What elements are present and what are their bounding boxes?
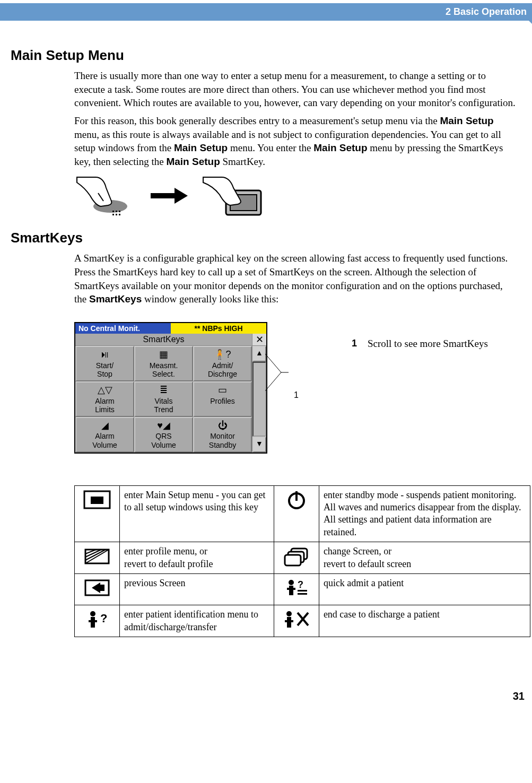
smartkeys-scrollbar[interactable]: ▲ ▼: [252, 346, 266, 453]
change-screen-icon: [282, 545, 311, 567]
svg-rect-28: [298, 593, 307, 595]
svg-rect-27: [298, 590, 307, 591]
svg-rect-5: [116, 214, 117, 215]
smartkey-profiles[interactable]: ▭Profiles: [193, 381, 252, 417]
smartkey-qrs-volume[interactable]: ♥◢QRS Volume: [134, 417, 193, 453]
scroll-track[interactable]: [252, 362, 266, 437]
svg-text:?: ?: [100, 612, 107, 625]
status-alarm: ** NBPs HIGH: [171, 323, 266, 334]
main-setup-icon: [82, 489, 112, 510]
smartkey-admit-discharge[interactable]: 🧍?Admit/ Dischrge: [193, 346, 252, 381]
smartkeys-grid: ⏯Start/ Stop ▦Measmt. Select. 🧍?Admit/ D…: [75, 346, 252, 453]
patient-id-icon: ?: [82, 608, 112, 630]
icon-desc: change Screen, or revert to default scre…: [319, 542, 530, 574]
smartkey-alarm-limits[interactable]: △▽Alarm Limits: [75, 381, 134, 417]
smartkey-start-stop[interactable]: ⏯Start/ Stop: [75, 346, 134, 381]
hand-press-screen-icon: [200, 175, 264, 219]
alarm-volume-icon: ◢: [77, 420, 132, 431]
svg-rect-6: [119, 214, 120, 215]
scroll-down-button[interactable]: ▼: [252, 437, 266, 453]
smartkeys-window: No Central Monit. ** NBPs HIGH SmartKeys…: [74, 322, 267, 454]
icon-desc: quick admit a patient: [319, 574, 530, 605]
svg-rect-1: [112, 211, 114, 212]
monitor-standby-icon: ⏻: [195, 420, 250, 431]
page-number: 31: [0, 648, 532, 708]
callout-1: 1: [265, 322, 299, 423]
icon-desc: enter patient identification menu to adm…: [120, 605, 274, 637]
section-title-smartkeys: SmartKeys: [11, 230, 521, 246]
svg-rect-2: [116, 211, 117, 212]
smartkey-measmt-select[interactable]: ▦Measmt. Select.: [134, 346, 193, 381]
hand-press-key-icon: [74, 175, 138, 219]
chapter-header: 2 Basic Operation: [0, 3, 532, 21]
svg-point-23: [289, 580, 294, 585]
table-row: enter profile menu, or revert to default…: [75, 542, 530, 574]
main-setup-para2: For this reason, this book generally des…: [74, 114, 516, 169]
icon-desc: enter Main Setup menu - you can get to a…: [120, 485, 274, 542]
svg-point-33: [286, 611, 292, 616]
main-setup-para1: There is usually more than one way to en…: [74, 69, 516, 110]
admit-discharge-icon: 🧍?: [195, 349, 250, 360]
legend-number-1: 1: [352, 338, 368, 350]
measmt-select-icon: ▦: [136, 349, 191, 360]
svg-rect-24: [289, 586, 293, 595]
press-smartkeys-diagram: [74, 175, 521, 219]
svg-rect-21: [285, 555, 301, 566]
table-row: previous Screen ? quick admit a patient: [75, 574, 530, 605]
icon-desc: enter profile menu, or revert to default…: [120, 542, 274, 574]
svg-rect-11: [91, 497, 103, 504]
smartkey-icon-table: enter Main Setup menu - you can get to a…: [74, 485, 530, 638]
smartkeys-window-title: SmartKeys: [75, 334, 252, 345]
start-stop-icon: ⏯: [77, 349, 132, 360]
profile-icon: [82, 545, 112, 567]
svg-rect-4: [112, 214, 114, 215]
smartkey-alarm-volume[interactable]: ◢Alarm Volume: [75, 417, 134, 453]
previous-screen-icon: [82, 577, 112, 598]
section-title-main-setup: Main Setup Menu: [11, 47, 521, 64]
profiles-icon: ▭: [195, 385, 250, 396]
qrs-volume-icon: ♥◢: [136, 420, 191, 431]
table-row: enter Main Setup menu - you can get to a…: [75, 485, 530, 542]
smartkey-vitals-trend[interactable]: ≣Vitals Trend: [134, 381, 193, 417]
arrow-right-icon: [151, 188, 188, 206]
svg-point-29: [90, 611, 95, 616]
icon-desc: previous Screen: [120, 574, 274, 605]
scroll-up-button[interactable]: ▲: [252, 346, 266, 362]
vitals-trend-icon: ≣: [136, 385, 191, 396]
svg-text:?: ?: [298, 579, 303, 590]
table-row: ? enter patient identification menu to a…: [75, 605, 530, 637]
icon-desc: end case to discharge a patient: [319, 605, 530, 637]
status-no-central: No Central Monit.: [75, 323, 171, 334]
standby-icon: [282, 489, 311, 510]
smartkey-monitor-standby[interactable]: ⏻Monitor Standby: [193, 417, 252, 453]
legend-text-1: Scroll to see more SmartKeys: [368, 338, 488, 350]
quick-admit-icon: ?: [282, 577, 311, 598]
alarm-limits-icon: △▽: [77, 385, 132, 396]
end-case-icon: [282, 608, 311, 630]
smartkeys-para1: A SmartKey is a configurable graphical k…: [74, 251, 516, 306]
close-button[interactable]: ✕: [252, 334, 266, 345]
svg-rect-3: [119, 211, 120, 212]
icon-desc: enter standby mode - suspends patient mo…: [319, 485, 530, 542]
